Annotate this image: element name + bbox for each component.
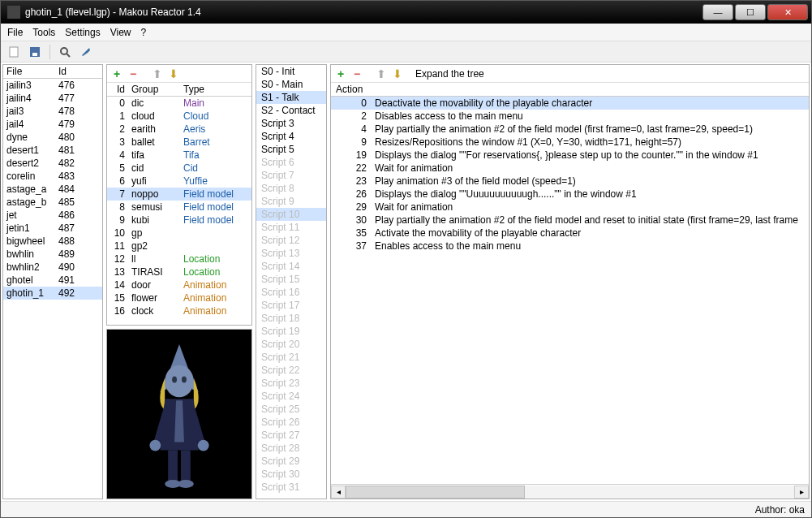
action-row[interactable]: 29Wait for animation xyxy=(331,201,809,214)
group-row[interactable]: 9kubiField model xyxy=(107,214,251,227)
script-label: Script 31 xyxy=(256,481,303,494)
group-row[interactable]: 2earithAeris xyxy=(107,123,251,136)
file-row[interactable]: astage_b485 xyxy=(3,196,102,209)
file-row[interactable]: jailin4477 xyxy=(3,92,102,105)
group-rows[interactable]: 0dicMain1cloudCloud2earithAeris3balletBa… xyxy=(107,97,251,325)
action-down-button[interactable]: ⬇ xyxy=(391,67,404,80)
scroll-left-button[interactable]: ◂ xyxy=(331,486,346,499)
file-row[interactable]: desert2482 xyxy=(3,157,102,170)
group-header-id[interactable]: Id xyxy=(107,83,128,96)
file-id: 488 xyxy=(55,235,88,248)
file-row[interactable]: astage_a484 xyxy=(3,183,102,196)
action-header: Action xyxy=(331,83,366,96)
menu-file[interactable]: File xyxy=(7,27,23,38)
search-icon[interactable] xyxy=(57,44,73,60)
action-remove-button[interactable]: − xyxy=(350,67,363,80)
file-row[interactable]: bwhlin2490 xyxy=(3,261,102,274)
add-button[interactable]: + xyxy=(110,67,123,80)
group-row[interactable]: 14doorAnimation xyxy=(107,278,251,291)
file-row[interactable]: corelin483 xyxy=(3,170,102,183)
action-row[interactable]: 35Activate the movability of the playabl… xyxy=(331,227,809,240)
file-row[interactable]: ghotel491 xyxy=(3,274,102,287)
file-row[interactable]: jailin3476 xyxy=(3,79,102,92)
action-row[interactable]: 0Deactivate the movability of the playab… xyxy=(331,97,809,110)
group-row[interactable]: 12llLocation xyxy=(107,253,251,265)
script-row: Script 19 xyxy=(256,325,326,338)
file-header-id[interactable]: Id xyxy=(55,65,88,78)
file-row[interactable]: bwhlin489 xyxy=(3,248,102,261)
script-label: Script 13 xyxy=(256,247,303,260)
file-header-file[interactable]: File xyxy=(3,65,55,78)
script-rows[interactable]: S0 - InitS0 - MainS1 - TalkS2 - ContactS… xyxy=(256,65,326,499)
group-row[interactable]: 11gp2 xyxy=(107,240,251,253)
script-row[interactable]: Script 4 xyxy=(256,130,326,143)
action-row[interactable]: 26Displays the dialog ""Uuuuuuuuuuugh...… xyxy=(331,188,809,201)
action-hscroll[interactable]: ◂ ▸ xyxy=(331,484,809,499)
file-row[interactable]: jail4479 xyxy=(3,118,102,131)
group-row[interactable]: 7noppoField model xyxy=(107,188,251,201)
action-row[interactable]: 23Play animation #3 of the field model (… xyxy=(331,175,809,188)
maximize-button[interactable]: ☐ xyxy=(735,4,766,20)
script-label: Script 30 xyxy=(256,468,303,481)
file-row[interactable]: jet486 xyxy=(3,209,102,222)
group-row[interactable]: 15flowerAnimation xyxy=(107,291,251,304)
down-button[interactable]: ⬇ xyxy=(167,67,180,80)
group-row[interactable]: 8semusiField model xyxy=(107,201,251,214)
script-row[interactable]: S2 - Contact xyxy=(256,104,326,117)
script-row[interactable]: S0 - Main xyxy=(256,78,326,91)
file-row[interactable]: bigwheel488 xyxy=(3,235,102,248)
group-header-type[interactable]: Type xyxy=(180,83,245,96)
menu-tools[interactable]: Tools xyxy=(32,27,55,38)
action-row[interactable]: 2Disables access to the main menu xyxy=(331,110,809,123)
group-row[interactable]: 16clockAnimation xyxy=(107,304,251,317)
file-row[interactable]: ghotin_1492 xyxy=(3,287,102,300)
close-button[interactable]: ✕ xyxy=(767,4,808,20)
group-row[interactable]: 1cloudCloud xyxy=(107,110,251,123)
up-button[interactable]: ⬆ xyxy=(151,67,164,80)
group-header-group[interactable]: Group xyxy=(128,83,180,96)
group-row[interactable]: 0dicMain xyxy=(107,97,251,110)
scroll-right-button[interactable]: ▸ xyxy=(794,486,809,499)
group-row[interactable]: 5cidCid xyxy=(107,162,251,175)
action-row[interactable]: 9Resizes/Repositions the window #1 (X=0,… xyxy=(331,136,809,149)
menu-view[interactable]: View xyxy=(110,27,131,38)
group-name: flower xyxy=(128,291,180,304)
file-row[interactable]: dyne480 xyxy=(3,131,102,144)
action-rows[interactable]: 0Deactivate the movability of the playab… xyxy=(331,97,809,484)
save-icon[interactable] xyxy=(27,44,43,60)
file-row[interactable]: desert1481 xyxy=(3,144,102,157)
script-row: Script 21 xyxy=(256,351,326,364)
action-row[interactable]: 19Displays the dialog ""For reservations… xyxy=(331,149,809,162)
wrench-icon[interactable] xyxy=(78,44,94,60)
group-row[interactable]: 13TIRASILocation xyxy=(107,265,251,278)
remove-button[interactable]: − xyxy=(127,67,140,80)
action-add-button[interactable]: + xyxy=(334,67,347,80)
svg-rect-12 xyxy=(181,451,191,483)
minimize-button[interactable]: — xyxy=(702,4,733,20)
file-rows[interactable]: jailin3476jailin4477jail3478jail4479dyne… xyxy=(3,79,102,499)
group-row[interactable]: 10gp xyxy=(107,227,251,240)
action-row[interactable]: 37Enables access to the main menu xyxy=(331,240,809,253)
svg-point-15 xyxy=(149,440,161,451)
menu-help[interactable]: ? xyxy=(141,27,147,38)
action-up-button[interactable]: ⬆ xyxy=(375,67,388,80)
group-row[interactable]: 6yufiYuffie xyxy=(107,175,251,188)
scroll-thumb[interactable] xyxy=(346,486,525,499)
expand-tree-button[interactable]: Expand the tree xyxy=(415,68,484,80)
file-name: ghotin_1 xyxy=(3,287,55,300)
file-row[interactable]: jail3478 xyxy=(3,105,102,118)
menu-settings[interactable]: Settings xyxy=(65,27,100,38)
script-row[interactable]: Script 3 xyxy=(256,117,326,130)
script-row[interactable]: S1 - Talk xyxy=(256,91,326,104)
file-row[interactable]: jetin1487 xyxy=(3,222,102,235)
action-row[interactable]: 22Wait for animation xyxy=(331,162,809,175)
script-row[interactable]: S0 - Init xyxy=(256,65,326,78)
script-row[interactable]: Script 5 xyxy=(256,143,326,156)
new-icon[interactable] xyxy=(6,44,22,60)
group-row[interactable]: 4tifaTifa xyxy=(107,149,251,162)
model-preview[interactable] xyxy=(106,329,252,499)
group-type: Cloud xyxy=(180,110,245,123)
action-row[interactable]: 4Play partially the animation #2 of the … xyxy=(331,123,809,136)
action-row[interactable]: 30Play partially the animation #2 of the… xyxy=(331,214,809,227)
group-row[interactable]: 3balletBarret xyxy=(107,136,251,149)
